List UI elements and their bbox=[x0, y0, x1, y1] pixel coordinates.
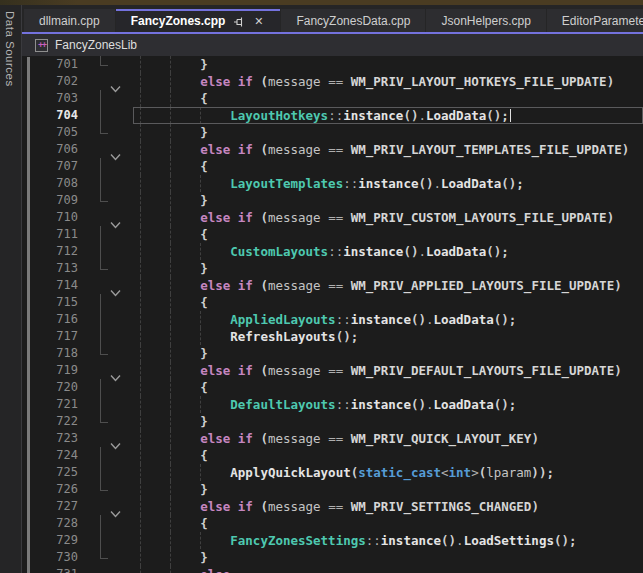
code-text: } bbox=[133, 192, 643, 209]
code-editor[interactable]: 701}702else if (message == WM_PRIV_LAYOU… bbox=[0, 56, 643, 573]
line-number: 711 bbox=[28, 226, 78, 243]
indent-guide bbox=[140, 158, 170, 175]
indent-guide bbox=[170, 260, 200, 277]
indent-guide bbox=[170, 124, 200, 141]
indent-guide bbox=[140, 328, 170, 345]
code-line[interactable]: 702else if (message == WM_PRIV_LAYOUT_HO… bbox=[0, 73, 643, 90]
line-number: 721 bbox=[28, 396, 78, 413]
indent-guide bbox=[170, 277, 200, 294]
outline-guide bbox=[100, 328, 101, 345]
indent-guide bbox=[170, 430, 200, 447]
code-line[interactable]: 717RefreshLayouts(); bbox=[0, 328, 643, 345]
code-line[interactable]: 716AppliedLayouts::instance().LoadData()… bbox=[0, 311, 643, 328]
code-line[interactable]: 724{ bbox=[0, 447, 643, 464]
tab-editorparamete[interactable]: EditorParamete bbox=[547, 9, 643, 32]
code-line[interactable]: 713} bbox=[0, 260, 643, 277]
tab-dllmain-cpp[interactable]: dllmain.cpp bbox=[24, 9, 115, 32]
tab-fancyzones-cpp[interactable]: FancyZones.cpp✕ bbox=[116, 9, 281, 32]
code-line[interactable]: 727else if (message == WM_PRIV_SETTINGS_… bbox=[0, 498, 643, 515]
indent-guide bbox=[140, 345, 170, 362]
indent-guide bbox=[200, 243, 230, 260]
tab-jsonhelpers-cpp[interactable]: JsonHelpers.cpp bbox=[426, 9, 545, 32]
code-line[interactable]: 728{ bbox=[0, 515, 643, 532]
indent-guide bbox=[170, 515, 200, 532]
code-text: { bbox=[133, 379, 643, 396]
code-line[interactable]: 715{ bbox=[0, 294, 643, 311]
code-line[interactable]: 720{ bbox=[0, 379, 643, 396]
indent-guide bbox=[140, 294, 170, 311]
indent-guide bbox=[170, 90, 200, 107]
outline-guide bbox=[100, 90, 101, 107]
indent-guide bbox=[200, 532, 230, 549]
line-number: 726 bbox=[28, 481, 78, 498]
indent-guide bbox=[140, 311, 170, 328]
indent-guide bbox=[140, 413, 170, 430]
indent-guide bbox=[140, 277, 170, 294]
code-line[interactable]: 709} bbox=[0, 192, 643, 209]
indent-guide bbox=[140, 362, 170, 379]
outline-guide bbox=[100, 175, 101, 192]
outline-guide bbox=[100, 124, 108, 134]
fold-chevron-icon[interactable] bbox=[110, 282, 122, 290]
code-line[interactable]: 723else if (message == WM_PRIV_QUICK_LAY… bbox=[0, 430, 643, 447]
code-line[interactable]: 701} bbox=[0, 56, 643, 73]
indent-guide bbox=[140, 243, 170, 260]
outline-guide bbox=[100, 345, 108, 355]
indent-guide bbox=[140, 107, 170, 124]
line-number: 706 bbox=[28, 141, 78, 158]
line-number: 718 bbox=[28, 345, 78, 362]
breadcrumb-project[interactable]: FancyZonesLib bbox=[55, 38, 137, 52]
fold-chevron-icon[interactable] bbox=[110, 146, 122, 154]
code-line[interactable]: 718} bbox=[0, 345, 643, 362]
code-line[interactable]: 722} bbox=[0, 413, 643, 430]
indent-guide bbox=[170, 447, 200, 464]
fold-chevron-icon[interactable] bbox=[110, 214, 122, 222]
code-line[interactable]: 708LayoutTemplates::instance().LoadData(… bbox=[0, 175, 643, 192]
code-line[interactable]: 710else if (message == WM_PRIV_CUSTOM_LA… bbox=[0, 209, 643, 226]
fold-chevron-icon[interactable] bbox=[110, 435, 122, 443]
code-line[interactable]: 729FancyZonesSettings::instance().LoadSe… bbox=[0, 532, 643, 549]
code-line[interactable]: 712CustomLayouts::instance().LoadData(); bbox=[0, 243, 643, 260]
pin-icon[interactable] bbox=[232, 15, 245, 28]
tab-label: EditorParamete bbox=[562, 11, 643, 32]
outline-guide bbox=[100, 226, 101, 243]
code-line[interactable]: 707{ bbox=[0, 158, 643, 175]
code-line[interactable]: 730} bbox=[0, 549, 643, 566]
code-line[interactable]: 703{ bbox=[0, 90, 643, 107]
code-text: } bbox=[133, 481, 643, 498]
code-text: CustomLayouts::instance().LoadData(); bbox=[133, 243, 643, 260]
code-line[interactable]: 705} bbox=[0, 124, 643, 141]
code-text: { bbox=[133, 158, 643, 175]
indent-guide bbox=[170, 73, 200, 90]
code-line[interactable]: 714else if (message == WM_PRIV_APPLIED_L… bbox=[0, 277, 643, 294]
code-text: else if (message == WM_PRIV_DEFAULT_LAYO… bbox=[133, 362, 643, 379]
indent-guide bbox=[170, 328, 200, 345]
code-text: else if (message == WM_PRIV_LAYOUT_TEMPL… bbox=[133, 141, 643, 158]
fold-chevron-icon[interactable] bbox=[110, 78, 122, 86]
code-line[interactable]: 704LayoutHotkeys::instance().LoadData(); bbox=[0, 107, 643, 124]
fold-chevron-icon[interactable] bbox=[110, 367, 122, 375]
indent-guide bbox=[170, 379, 200, 396]
code-line[interactable]: 719else if (message == WM_PRIV_DEFAULT_L… bbox=[0, 362, 643, 379]
code-line[interactable]: 726} bbox=[0, 481, 643, 498]
code-line[interactable]: 711{ bbox=[0, 226, 643, 243]
fold-chevron-icon[interactable] bbox=[110, 503, 122, 511]
code-line[interactable]: 721DefaultLayouts::instance().LoadData()… bbox=[0, 396, 643, 413]
indent-guide bbox=[200, 328, 230, 345]
outline-guide bbox=[100, 464, 101, 481]
indent-guide bbox=[200, 175, 230, 192]
code-line[interactable]: 706else if (message == WM_PRIV_LAYOUT_TE… bbox=[0, 141, 643, 158]
indent-guide bbox=[140, 260, 170, 277]
line-number: 725 bbox=[28, 464, 78, 481]
indent-guide bbox=[140, 430, 170, 447]
tabs-container: dllmain.cppFancyZones.cpp✕FancyZonesData… bbox=[22, 5, 643, 32]
tab-fancyzonesdata-cpp[interactable]: FancyZonesData.cpp bbox=[281, 9, 425, 32]
close-icon[interactable]: ✕ bbox=[252, 15, 265, 28]
line-number: 719 bbox=[28, 362, 78, 379]
code-text: { bbox=[133, 447, 643, 464]
code-line[interactable]: 725ApplyQuickLayout(static_cast<int>(lpa… bbox=[0, 464, 643, 481]
code-line[interactable]: 731else bbox=[0, 566, 643, 573]
indent-guide bbox=[170, 294, 200, 311]
indent-guide bbox=[140, 566, 170, 573]
line-number: 729 bbox=[28, 532, 78, 549]
